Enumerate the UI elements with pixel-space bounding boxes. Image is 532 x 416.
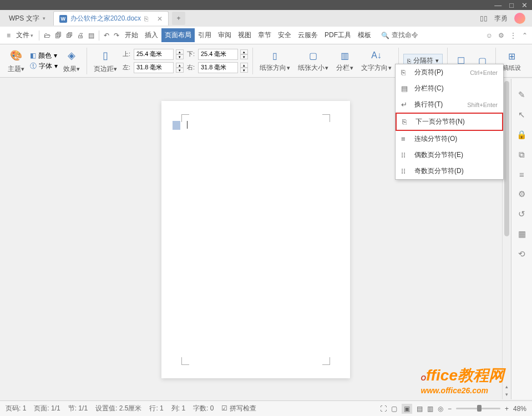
toolbox-icon[interactable]: ▦ — [518, 229, 526, 239]
margin-btn[interactable]: ▯页边距▾ — [92, 48, 119, 74]
margin-left-input[interactable] — [134, 62, 174, 73]
breaks-dropdown: ⎘分页符(P)Ctrl+Enter ▤分栏符(C) ↵换行符(T)Shift+E… — [395, 64, 504, 180]
tab-security[interactable]: 安全 — [275, 28, 295, 42]
text-cursor — [187, 121, 188, 129]
oddpage-section-item[interactable]: ⁞⁞奇数页分节符(D) — [396, 163, 503, 179]
link-icon[interactable]: ⧉ — [519, 150, 525, 160]
maximize-btn[interactable]: □ — [509, 1, 514, 9]
status-page[interactable]: 页码: 1 — [6, 404, 26, 413]
tab-cloud[interactable]: 云服务 — [295, 28, 321, 42]
file-menu[interactable]: 文件▾ — [13, 28, 37, 42]
settings-icon[interactable]: ⚙ — [518, 189, 525, 199]
more-vert-icon[interactable]: ⋮ — [510, 32, 516, 39]
sync-icon[interactable]: ⎘ — [144, 15, 148, 23]
lock-icon[interactable]: 🔒 — [516, 130, 527, 140]
avatar[interactable] — [514, 13, 525, 24]
fullscreen-icon[interactable]: ⛶ — [380, 405, 387, 413]
zoom-out[interactable]: − — [448, 405, 452, 413]
page-break-item[interactable]: ⎘分页符(P)Ctrl+Enter — [396, 64, 503, 80]
line-break-item[interactable]: ↵换行符(T)Shift+Enter — [396, 97, 503, 113]
tab-reference[interactable]: 引用 — [195, 28, 215, 42]
zoom-slider[interactable] — [456, 408, 500, 409]
textdir-btn[interactable]: A↓文字方向▾ — [359, 49, 394, 73]
toolbar: ≡ 文件▾ 🗁 🗐 🗊 🖨 ▤ ↶ ↷ 开始 插入 页面布局 引用 审阅 视图 … — [0, 27, 532, 44]
watermark: Office教程网 www.office26.com — [421, 365, 504, 395]
margin-bottom-input[interactable] — [198, 49, 238, 60]
effect-btn[interactable]: ◈效果▾ — [61, 48, 82, 74]
app-tab-label: WPS 文字 — [9, 14, 39, 23]
search-box[interactable]: 🔍查找命令 — [381, 31, 418, 40]
pencil-icon[interactable]: ✎ — [518, 90, 525, 100]
columns-btn[interactable]: ▥分栏▾ — [334, 49, 356, 73]
share-icon[interactable]: ⟲ — [518, 249, 525, 259]
doc-tab-label: 办公软件之家2020.docx — [70, 14, 141, 23]
zoom-in[interactable]: + — [505, 405, 509, 413]
view4-icon[interactable]: ▥ — [427, 405, 433, 413]
app-tab[interactable]: WPS 文字 ▾ — [2, 12, 52, 26]
orientation-btn[interactable]: ▯纸张方向▾ — [257, 49, 292, 73]
tab-pdf[interactable]: PDF工具 — [321, 28, 354, 42]
tab-template[interactable]: 模板 — [354, 28, 374, 42]
cursor-icon[interactable]: ↖ — [518, 110, 525, 120]
zoom-value[interactable]: 48% — [513, 405, 526, 413]
status-col[interactable]: 列: 1 — [171, 404, 185, 413]
scroll-thumb[interactable] — [504, 81, 509, 236]
undo-icon[interactable]: ↶ — [102, 31, 112, 40]
tab-pagelayout[interactable]: 页面布局 — [161, 28, 195, 42]
column-break-item[interactable]: ▤分栏符(C) — [396, 80, 503, 97]
open-icon[interactable]: 🗁 — [42, 31, 53, 40]
continuous-section-item[interactable]: ≡连续分节符(O) — [396, 131, 503, 147]
status-setting[interactable]: 设置值: 2.5厘米 — [95, 404, 141, 413]
smile-icon[interactable]: ☺ — [486, 32, 493, 39]
page[interactable] — [161, 101, 350, 378]
statusbar: 页码: 1 页面: 1/1 节: 1/1 设置值: 2.5厘米 行: 1 列: … — [0, 400, 532, 416]
close-btn[interactable]: ✕ — [521, 1, 528, 9]
status-row[interactable]: 行: 1 — [149, 404, 163, 413]
papersize-btn[interactable]: ▢纸张大小▾ — [296, 49, 331, 73]
tab-section[interactable]: 章节 — [255, 28, 275, 42]
status-pages[interactable]: 页面: 1/1 — [34, 404, 60, 413]
margin-right-input[interactable] — [198, 62, 238, 73]
tab-insert[interactable]: 插入 — [141, 28, 161, 42]
doc-icon: W — [59, 15, 67, 23]
status-spell[interactable]: ☑ 拼写检查 — [221, 404, 256, 413]
margin-top-input[interactable] — [134, 49, 174, 60]
print-icon[interactable]: 🗊 — [64, 31, 75, 40]
para-mark-icon — [173, 121, 180, 130]
status-section[interactable]: 节: 1/1 — [68, 404, 88, 413]
tab-start[interactable]: 开始 — [121, 28, 141, 42]
nextpage-section-item[interactable]: ⎘下一页分节符(N) — [396, 113, 503, 131]
minimize-btn[interactable]: — — [494, 1, 501, 9]
tab-review[interactable]: 审阅 — [215, 28, 235, 42]
status-chars[interactable]: 字数: 0 — [193, 404, 214, 413]
fit-icon[interactable]: ◎ — [438, 405, 443, 413]
tab-close-icon[interactable]: ✕ — [157, 15, 163, 23]
new-tab-btn[interactable]: + — [172, 12, 185, 25]
tab-view[interactable]: 视图 — [235, 28, 255, 42]
view1-icon[interactable]: ▢ — [391, 405, 397, 413]
color-btn[interactable]: ◧颜色▾ — [30, 51, 58, 60]
document-tab[interactable]: W 办公软件之家2020.docx ⎘ ✕ — [53, 11, 169, 26]
hamburger-icon[interactable]: ≡ — [4, 31, 13, 40]
more-icon[interactable]: ▤ — [86, 31, 97, 40]
font-btn[interactable]: ⓣ字体▾ — [30, 62, 58, 71]
save-icon[interactable]: 🗐 — [53, 31, 64, 40]
view3-icon[interactable]: ▤ — [417, 405, 423, 413]
gear-icon[interactable]: ⚙ — [498, 32, 504, 39]
draft-btn[interactable]: ⊞稿纸设 — [500, 49, 523, 72]
evenpage-section-item[interactable]: ⁞⁞偶数页分节符(E) — [396, 147, 503, 163]
redo-icon[interactable]: ↷ — [112, 31, 121, 40]
titlebar: — □ ✕ — [0, 0, 532, 10]
preview-icon[interactable]: 🖨 — [75, 31, 86, 40]
chevron-down-icon: ▾ — [43, 16, 45, 21]
list-icon[interactable]: ≡ — [519, 170, 524, 179]
right-panel: ✎ ↖ 🔒 ⧉ ≡ ⚙ ↺ ▦ ⟲ — [511, 79, 532, 399]
theme-btn[interactable]: 🎨主题▾ — [6, 48, 27, 74]
panels-icon[interactable]: ▯▯ — [480, 14, 488, 22]
collapse-icon[interactable]: ⌃ — [522, 32, 528, 39]
username[interactable]: 李勇 — [494, 14, 508, 23]
view2-icon[interactable]: ▣ — [402, 404, 412, 414]
history-icon[interactable]: ↺ — [518, 209, 525, 219]
tabbar: WPS 文字 ▾ W 办公软件之家2020.docx ⎘ ✕ + ▯▯ 李勇 — [0, 10, 532, 27]
